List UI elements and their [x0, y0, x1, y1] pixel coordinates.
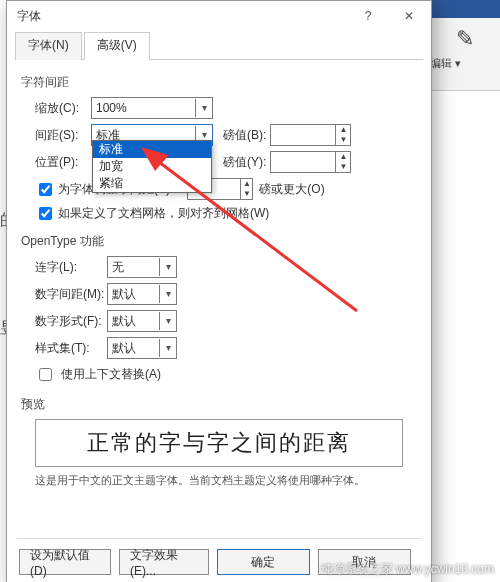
chevron-down-icon: ▾ — [159, 258, 176, 276]
section-preview: 预览 — [21, 396, 417, 413]
spinner[interactable]: ▲ ▼ — [335, 125, 350, 145]
preview-description: 这是用于中文的正文主题字体。当前文档主题定义将使用哪种字体。 — [35, 473, 403, 488]
combo-ligatures[interactable]: 无 ▾ — [107, 256, 177, 278]
spin-down-icon: ▼ — [336, 135, 350, 145]
spin-up-icon: ▲ — [336, 152, 350, 162]
watermark: 纯净系统之家 www.ycwin10.com — [321, 561, 494, 578]
chevron-down-icon: ▾ — [159, 339, 176, 357]
chevron-down-icon: ▾ — [159, 312, 176, 330]
label-stylesets: 样式集(T): — [35, 340, 107, 357]
combo-stylesets-value: 默认 — [108, 340, 159, 357]
checkbox-contextual-alt-label: 使用上下文替换(A) — [61, 366, 161, 383]
combo-num-spacing[interactable]: 默认 ▾ — [107, 283, 177, 305]
font-dialog: 字体 ? ✕ 字体(N) 高级(V) 字符间距 缩放(C): 100% ▾ — [6, 0, 432, 582]
chevron-down-icon: ▾ — [195, 99, 212, 117]
input-spacing-points[interactable]: ▲ ▼ — [270, 124, 351, 146]
spin-up-icon: ▲ — [241, 179, 252, 189]
combo-stylesets[interactable]: 默认 ▾ — [107, 337, 177, 359]
input-spacing-points-value — [271, 125, 335, 145]
combo-scale-value: 100% — [92, 101, 195, 115]
label-ligatures: 连字(L): — [35, 259, 107, 276]
ok-button[interactable]: 确定 — [217, 549, 310, 575]
checkbox-snap-to-grid[interactable] — [39, 207, 52, 220]
combo-num-form[interactable]: 默认 ▾ — [107, 310, 177, 332]
preview-text: 正常的字与字之间的距离 — [87, 428, 351, 458]
chevron-down-icon: ▾ — [455, 57, 461, 69]
tab-advanced[interactable]: 高级(V) — [84, 32, 150, 60]
word-ribbon-group-editing: ✎ 编辑 ▾ — [429, 18, 500, 91]
checkbox-kerning[interactable] — [39, 183, 52, 196]
dialog-body: 字符间距 缩放(C): 100% ▾ 间距(S): 标准 ▾ 磅值(B): — [7, 60, 431, 488]
input-position-points-value — [271, 152, 335, 172]
input-position-points[interactable]: ▲ ▼ — [270, 151, 351, 173]
label-num-spacing: 数字间距(M): — [35, 286, 107, 303]
dialog-close-button[interactable]: ✕ — [387, 1, 431, 31]
dropdown-option-expanded[interactable]: 加宽 — [93, 158, 211, 175]
text-effects-button[interactable]: 文字效果(E)... — [119, 549, 209, 575]
set-default-button[interactable]: 设为默认值(D) — [19, 549, 111, 575]
preview-box: 正常的字与字之间的距离 — [35, 419, 403, 467]
combo-spacing-dropdown[interactable]: 标准 加宽 紧缩 — [92, 140, 212, 193]
label-spacing: 间距(S): — [35, 127, 91, 144]
kerning-suffix: 磅或更大(O) — [259, 181, 324, 198]
dialog-help-button[interactable]: ? — [349, 1, 387, 31]
spin-up-icon: ▲ — [336, 125, 350, 135]
combo-num-spacing-value: 默认 — [108, 286, 159, 303]
label-scale: 缩放(C): — [35, 100, 91, 117]
spin-down-icon: ▼ — [241, 189, 252, 199]
dialog-tabs: 字体(N) 高级(V) — [15, 31, 423, 60]
dropdown-option-standard[interactable]: 标准 — [93, 141, 211, 158]
combo-ligatures-value: 无 — [108, 259, 159, 276]
footer-separator — [17, 538, 421, 539]
checkbox-snap-to-grid-label: 如果定义了文档网格，则对齐到网格(W) — [58, 205, 269, 222]
ribbon-group-label: 编辑 ▾ — [430, 56, 486, 71]
dialog-title: 字体 — [17, 8, 41, 25]
combo-scale[interactable]: 100% ▾ — [91, 97, 213, 119]
combo-num-form-value: 默认 — [108, 313, 159, 330]
spinner[interactable]: ▲ ▼ — [335, 152, 350, 172]
tab-font[interactable]: 字体(N) — [15, 32, 82, 60]
label-position-bvalue: 磅值(Y): — [223, 154, 266, 171]
edit-icon: ✎ — [430, 26, 500, 52]
label-position: 位置(P): — [35, 154, 91, 171]
dialog-titlebar: 字体 ? ✕ — [7, 1, 431, 31]
label-bvalue: 磅值(B): — [223, 127, 266, 144]
label-num-form: 数字形式(F): — [35, 313, 107, 330]
dropdown-option-condensed[interactable]: 紧缩 — [93, 175, 211, 192]
spinner[interactable]: ▲ ▼ — [240, 179, 252, 199]
chevron-down-icon: ▾ — [159, 285, 176, 303]
section-opentype: OpenType 功能 — [21, 233, 417, 250]
section-char-spacing: 字符间距 — [21, 74, 417, 91]
spin-down-icon: ▼ — [336, 162, 350, 172]
checkbox-contextual-alt[interactable] — [39, 368, 52, 381]
